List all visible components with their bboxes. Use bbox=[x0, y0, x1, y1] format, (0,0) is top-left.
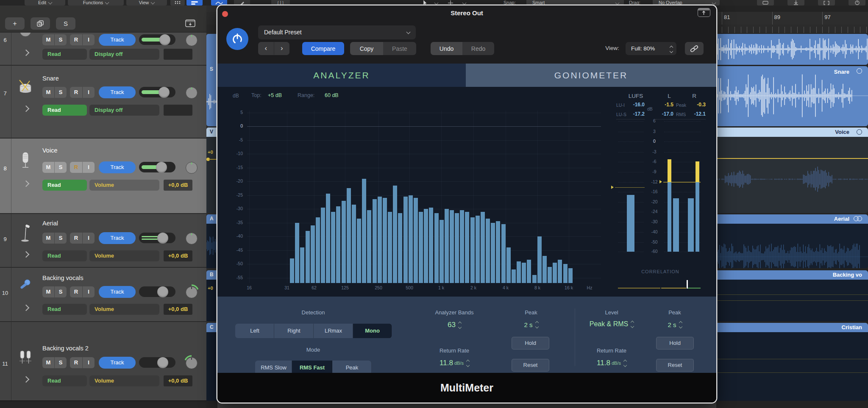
record-enable-button[interactable]: R bbox=[70, 286, 83, 297]
bracket-icon[interactable] bbox=[818, 0, 835, 6]
pointer-tool-icon[interactable] bbox=[420, 0, 430, 6]
input-monitor-button[interactable]: I bbox=[83, 233, 95, 244]
return-rate-stepper[interactable]: 11.8 dB/s bbox=[412, 359, 497, 367]
pan-knob[interactable] bbox=[184, 32, 200, 48]
link-icon[interactable] bbox=[685, 42, 704, 55]
grid-view-icon[interactable] bbox=[170, 0, 185, 6]
option-peak[interactable]: Peak bbox=[332, 361, 372, 373]
slider-knob[interactable] bbox=[159, 34, 170, 45]
track-row[interactable]: 8VoiceMSRITrackReadVolume+0,0 dB bbox=[0, 138, 206, 213]
automation-line[interactable] bbox=[716, 372, 868, 373]
track-name[interactable]: Aerial bbox=[42, 220, 58, 227]
parameter-dropdown[interactable]: Volume bbox=[89, 180, 159, 191]
reset-button-analyzer[interactable]: Reset bbox=[512, 359, 549, 372]
automation-mode-dropdown[interactable]: Read bbox=[42, 250, 87, 261]
parameter-dropdown[interactable]: Display off bbox=[89, 49, 159, 60]
master-solo-button[interactable]: S bbox=[56, 17, 75, 30]
automation-line[interactable] bbox=[716, 359, 868, 359]
track-name[interactable]: Backing vocals 2 bbox=[42, 345, 89, 352]
list-view-icon[interactable] bbox=[186, 0, 203, 6]
zoom-fit-icon[interactable]: ❲|❳ bbox=[271, 0, 290, 6]
mute-button[interactable]: M bbox=[42, 233, 55, 244]
region-header[interactable]: Aerial bbox=[716, 214, 868, 224]
volume-slider[interactable] bbox=[139, 34, 175, 45]
slider-knob[interactable] bbox=[157, 286, 168, 297]
region-header[interactable]: Voice bbox=[716, 128, 868, 137]
audio-region[interactable]: Cristian bbox=[716, 323, 868, 401]
power-button[interactable] bbox=[226, 28, 248, 50]
track-row[interactable]: 11Backing vocals 2MSRITrackReadVolume+0,… bbox=[0, 321, 206, 400]
track-on-button[interactable]: Track bbox=[99, 357, 136, 369]
track-name[interactable]: Voice bbox=[42, 147, 57, 154]
input-monitor-button[interactable]: I bbox=[83, 357, 95, 368]
track-name[interactable]: Backing vocals bbox=[42, 275, 83, 281]
monitor-icon[interactable] bbox=[757, 0, 774, 6]
hold-button-analyzer[interactable]: Hold bbox=[512, 337, 549, 350]
solo-button[interactable]: S bbox=[55, 87, 67, 98]
volume-slider[interactable] bbox=[139, 87, 175, 97]
track-on-button[interactable]: Track bbox=[99, 161, 136, 173]
add-track-button[interactable]: + bbox=[5, 17, 25, 30]
slider-knob[interactable] bbox=[157, 233, 168, 244]
compare-button[interactable]: Compare bbox=[302, 42, 344, 55]
automation-mode-dropdown[interactable]: Read bbox=[42, 375, 87, 386]
slider-knob[interactable] bbox=[156, 162, 167, 173]
track-row[interactable]: 7SnareMSRITrackReadDisplay off bbox=[0, 65, 206, 138]
record-enable-button[interactable]: R bbox=[70, 233, 83, 244]
volume-slider[interactable] bbox=[139, 357, 175, 368]
pan-knob[interactable] bbox=[184, 230, 200, 246]
undo-button[interactable]: Undo bbox=[431, 42, 462, 55]
previous-preset-button[interactable]: ‹ bbox=[258, 42, 274, 55]
redo-button[interactable]: Redo bbox=[462, 42, 494, 55]
drag-dropdown[interactable]: No Overlap bbox=[653, 0, 720, 6]
disclosure-chevron[interactable] bbox=[23, 105, 30, 112]
menu-edit[interactable]: Edit bbox=[25, 0, 65, 6]
track-on-button[interactable]: Track bbox=[99, 86, 136, 98]
hold-button-level[interactable]: Hold bbox=[656, 337, 694, 350]
parameter-dropdown[interactable]: Volume bbox=[89, 304, 159, 315]
automation-mode-dropdown[interactable]: Read bbox=[42, 180, 87, 191]
loop-badge-icon[interactable] bbox=[857, 68, 862, 74]
download-icon[interactable] bbox=[787, 0, 804, 6]
paste-button[interactable]: Paste bbox=[383, 42, 416, 55]
volume-slider[interactable] bbox=[139, 286, 175, 297]
analyzer-bands-stepper[interactable]: 63 bbox=[412, 321, 497, 329]
record-enable-button[interactable]: R bbox=[70, 357, 83, 368]
snap-dropdown[interactable]: Smart bbox=[526, 0, 624, 6]
option-right[interactable]: Right bbox=[274, 324, 314, 338]
track-name[interactable]: Snare bbox=[42, 75, 59, 82]
disclosure-chevron[interactable] bbox=[23, 251, 30, 258]
record-enable-button[interactable]: R bbox=[70, 34, 83, 45]
parameter-dropdown[interactable]: Volume bbox=[89, 250, 159, 261]
disclosure-chevron[interactable] bbox=[23, 305, 30, 311]
region-header[interactable]: Cristian bbox=[716, 323, 868, 332]
bar-ruler[interactable] bbox=[716, 12, 868, 25]
mute-button[interactable]: M bbox=[42, 34, 55, 45]
correlation-indicator[interactable] bbox=[687, 280, 688, 289]
peak-analyzer-stepper[interactable]: 2 s bbox=[489, 321, 573, 328]
pan-knob[interactable] bbox=[184, 159, 200, 175]
record-enable-button[interactable]: R bbox=[70, 87, 83, 98]
disclosure-chevron[interactable] bbox=[23, 376, 30, 383]
audio-region[interactable] bbox=[716, 34, 868, 65]
disclosure-chevron[interactable] bbox=[23, 180, 30, 187]
solo-button[interactable]: S bbox=[55, 286, 67, 297]
track-on-button[interactable]: Track bbox=[99, 286, 136, 298]
solo-button[interactable]: S bbox=[55, 357, 67, 368]
region-sliver-cristian-header[interactable]: C bbox=[206, 323, 217, 332]
audio-region[interactable]: Snare bbox=[716, 66, 868, 126]
option-left[interactable]: Left bbox=[235, 324, 274, 338]
next-preset-button[interactable]: › bbox=[274, 42, 290, 55]
disclosure-chevron[interactable] bbox=[23, 50, 30, 56]
duplicate-track-button[interactable] bbox=[31, 17, 50, 30]
pan-knob[interactable] bbox=[184, 284, 200, 300]
tab-goniometer[interactable]: GONIOMETER bbox=[466, 64, 716, 87]
track-on-button[interactable]: Track bbox=[99, 232, 136, 244]
copy-button[interactable]: Copy bbox=[350, 42, 383, 55]
slider-knob[interactable] bbox=[157, 357, 168, 368]
track-row[interactable]: 10Backing vocalsMSRITrackReadVolume+0,0 … bbox=[0, 267, 206, 321]
loop-badge-icon[interactable] bbox=[857, 129, 862, 135]
region-sliver-voice-header[interactable]: V bbox=[206, 128, 217, 137]
chevron-down-icon[interactable] bbox=[434, 1, 439, 5]
parameter-dropdown[interactable]: Volume bbox=[89, 375, 159, 386]
